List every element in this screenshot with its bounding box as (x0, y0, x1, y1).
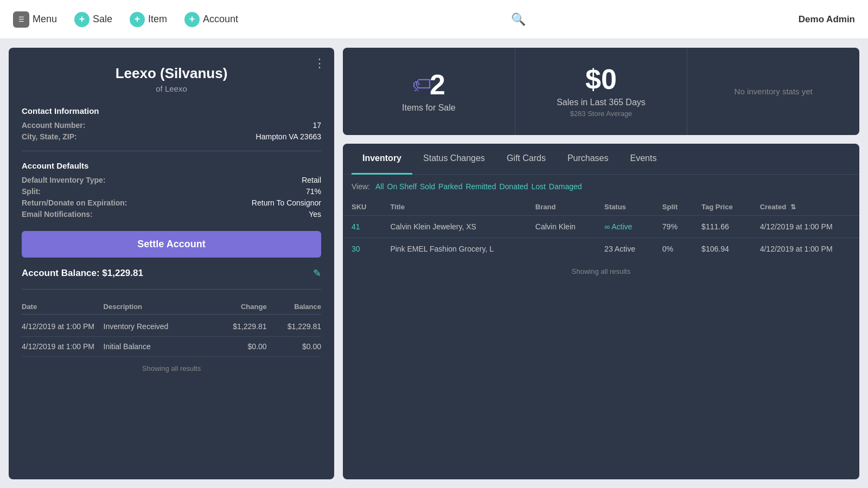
sale-nav-item[interactable]: + Sale (74, 12, 112, 27)
col-tag-price: Tag Price (693, 198, 751, 216)
row-2-status: 23 Active (596, 238, 654, 260)
tab-events[interactable]: Events (619, 144, 667, 175)
ledger-row-2: 4/12/2019 at 1:00 PM Initial Balance $0.… (22, 337, 321, 357)
no-inventory-label: No inventory stats yet (735, 87, 813, 96)
contact-section-title: Contact Information (22, 106, 321, 115)
ledger-row-1-date: 4/12/2019 at 1:00 PM (22, 322, 104, 331)
panel-menu-icon[interactable]: ⋮ (314, 56, 326, 70)
table-row: 41 Calvin Klein Jewelery, XS Calvin Klei… (343, 216, 859, 238)
ledger-header: Date Description Change Balance (22, 299, 321, 314)
split-value: 71% (306, 187, 321, 196)
account-nav-item[interactable]: + Account (184, 12, 238, 27)
account-number-value: 17 (312, 121, 321, 130)
return-value: Return To Consignor (252, 198, 321, 207)
row-1-tag-price: $111.66 (693, 216, 751, 238)
row-1-title: Calvin Klein Jewelery, XS (381, 216, 526, 238)
row-2-tag-price: $106.94 (693, 238, 751, 260)
stat-items-for-sale: 🏷 2 Items for Sale (343, 48, 515, 135)
search-icon[interactable]: 🔍 (511, 12, 526, 27)
tabs-nav: Inventory Status Changes Gift Cards Purc… (343, 144, 859, 175)
row-2-sku: 30 (343, 238, 381, 260)
account-number-label: Account Number: (22, 121, 85, 130)
balance-edit-icon[interactable]: ✎ (313, 267, 321, 279)
email-value: Yes (309, 210, 321, 219)
item-label: Item (148, 14, 167, 25)
ledger-col-description: Description (104, 303, 213, 311)
admin-label: Demo Admin (799, 14, 855, 25)
inventory-table-head: SKU Title Brand Status Split Tag Price C… (343, 198, 859, 216)
balance-title: Account Balance: $1,229.81 (22, 268, 143, 279)
row-1-status: ∞ Active (596, 216, 654, 238)
row-2-brand (527, 238, 596, 260)
ledger-row-2-balance: $0.00 (267, 342, 321, 351)
tag-icon: 🏷 (412, 73, 432, 96)
tab-purchases[interactable]: Purchases (557, 144, 620, 175)
defaults-section-title: Account Defaults (22, 161, 321, 170)
tab-inventory[interactable]: Inventory (352, 144, 412, 175)
filter-all[interactable]: All (375, 182, 384, 191)
row-2-title: Pink EMEL Fashion Grocery, L (381, 238, 526, 260)
col-title: Title (381, 198, 526, 216)
ledger-row-2-change: $0.00 (212, 342, 266, 351)
ledger-row-2-date: 4/12/2019 at 1:00 PM (22, 342, 104, 351)
city-state-zip-label: City, State, ZIP: (22, 132, 77, 141)
col-split: Split (654, 198, 693, 216)
menu-label: Menu (33, 14, 57, 25)
stats-row: 🏷 2 Items for Sale $0 Sales in Last 365 … (343, 48, 859, 135)
col-created: Created ⇅ (751, 198, 859, 216)
filter-row: View: All On Shelf Sold Parked Remitted … (343, 175, 859, 198)
sale-label: Sale (93, 14, 112, 25)
tab-gift-cards[interactable]: Gift Cards (496, 144, 557, 175)
inventory-table: SKU Title Brand Status Split Tag Price C… (343, 198, 859, 260)
table-row: 30 Pink EMEL Fashion Grocery, L 23 Activ… (343, 238, 859, 260)
return-row: Return/Donate on Expiration: Return To C… (22, 198, 321, 207)
city-state-zip-row: City, State, ZIP: Hampton VA 23663 (22, 132, 321, 141)
col-brand: Brand (527, 198, 596, 216)
sales-sub: $283 Store Average (570, 110, 633, 118)
items-for-sale-label: Items for Sale (402, 103, 456, 113)
filter-sold[interactable]: Sold (420, 182, 435, 191)
view-label: View: (352, 182, 370, 191)
filter-damaged[interactable]: Damaged (549, 182, 582, 191)
filter-lost[interactable]: Lost (531, 182, 545, 191)
balance-row: Account Balance: $1,229.81 ✎ (22, 267, 321, 279)
filter-parked[interactable]: Parked (438, 182, 462, 191)
filter-donated[interactable]: Donated (499, 182, 528, 191)
ledger-row-1-change: $1,229.81 (212, 322, 266, 331)
sort-icon: ⇅ (790, 203, 796, 211)
col-status: Status (596, 198, 654, 216)
settle-account-button[interactable]: Settle Account (22, 231, 321, 258)
return-label: Return/Donate on Expiration: (22, 198, 127, 207)
menu-nav-item[interactable]: ☰ Menu (13, 11, 57, 28)
filter-on-shelf[interactable]: On Shelf (387, 182, 417, 191)
tab-status-changes[interactable]: Status Changes (412, 144, 496, 175)
ledger-row-2-desc: Initial Balance (104, 342, 213, 351)
tabs-area: Inventory Status Changes Gift Cards Purc… (343, 144, 859, 479)
filter-remitted[interactable]: Remitted (465, 182, 496, 191)
ledger-row-1: 4/12/2019 at 1:00 PM Inventory Received … (22, 317, 321, 337)
divider-1 (22, 151, 321, 151)
city-state-zip-value: Hampton VA 23663 (256, 132, 321, 141)
sale-icon: + (74, 12, 90, 27)
row-2-created: 4/12/2019 at 1:00 PM (751, 238, 859, 260)
row-1-created: 4/12/2019 at 1:00 PM (751, 216, 859, 238)
menu-icon: ☰ (13, 11, 29, 28)
email-label: Email Notifications: (22, 210, 93, 219)
account-number-row: Account Number: 17 (22, 121, 321, 130)
inventory-showing-all: Showing all results (343, 260, 859, 283)
row-1-sku: 41 (343, 216, 381, 238)
ledger-row-1-desc: Inventory Received (104, 322, 213, 331)
ledger-row-1-balance: $1,229.81 (267, 322, 321, 331)
ledger-col-balance: Balance (267, 303, 321, 311)
col-sku: SKU (343, 198, 381, 216)
left-panel: ⋮ Leexo (Silvanus) of Leexo Contact Info… (9, 48, 334, 479)
right-panel: 🏷 2 Items for Sale $0 Sales in Last 365 … (343, 48, 859, 479)
ledger-col-date: Date (22, 303, 104, 311)
main-content: ⋮ Leexo (Silvanus) of Leexo Contact Info… (0, 39, 868, 488)
ledger-showing-all: Showing all results (22, 364, 321, 373)
items-for-sale-number: 2 (430, 70, 445, 99)
account-name: Leexo (Silvanus) (22, 65, 321, 82)
sales-number: $0 (585, 65, 617, 93)
inventory-type-value: Retail (302, 176, 321, 184)
item-nav-item[interactable]: + Item (130, 12, 167, 27)
